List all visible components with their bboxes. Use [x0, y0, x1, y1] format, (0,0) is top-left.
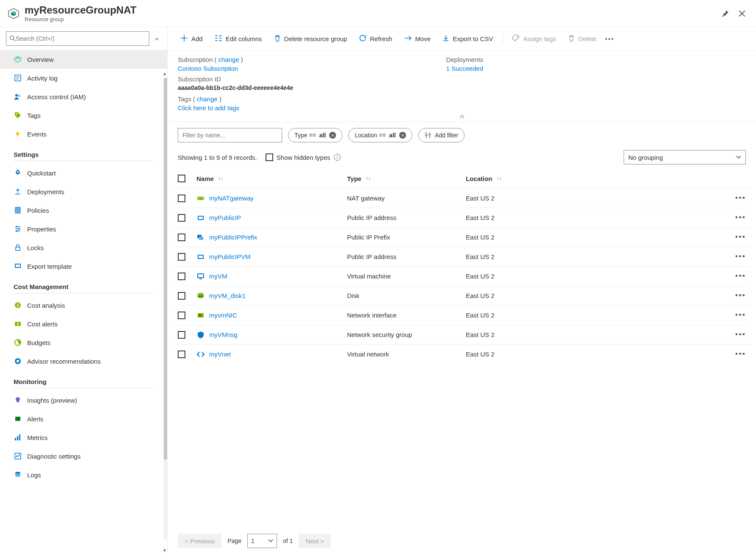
collapse-sidebar-button[interactable]: « [153, 35, 161, 42]
delete-rg-button[interactable]: Delete resource group [269, 32, 352, 46]
sidebar-item-access-control-iam-[interactable]: Access control (IAM) [0, 87, 167, 106]
svg-point-0 [10, 36, 14, 40]
tags-change-link[interactable]: change [197, 95, 218, 103]
row-context-menu[interactable]: ••• [720, 330, 746, 339]
row-checkbox[interactable] [178, 234, 185, 241]
resource-link[interactable]: myNATgateway [209, 195, 254, 202]
column-name-header[interactable]: Name [196, 175, 214, 182]
next-page-button[interactable]: Next > [299, 534, 331, 548]
type-filter-pill[interactable]: Type == all✕ [288, 128, 342, 142]
row-checkbox[interactable] [178, 253, 185, 261]
location-filter-pill[interactable]: Location == all✕ [348, 128, 412, 142]
row-context-menu[interactable]: ••• [720, 213, 746, 222]
info-icon[interactable]: i [334, 154, 341, 161]
sidebar-item-budgets[interactable]: Budgets [0, 333, 167, 352]
select-all-checkbox[interactable] [178, 175, 185, 182]
sidebar-item-label: Quickstart [27, 170, 56, 177]
add-filter-button[interactable]: Add filter [418, 128, 465, 142]
sidebar-item-tags[interactable]: Tags [0, 106, 167, 125]
sidebar-item-deployments[interactable]: Deployments [0, 182, 167, 201]
resource-type: Public IP address [347, 253, 466, 260]
close-button[interactable] [737, 9, 747, 18]
search-icon [10, 36, 16, 42]
row-checkbox[interactable] [178, 273, 185, 280]
row-context-menu[interactable]: ••• [720, 252, 746, 261]
row-checkbox[interactable] [178, 214, 185, 222]
tag-icon [14, 111, 22, 120]
edit-columns-button[interactable]: Edit columns [210, 32, 267, 46]
sidebar-item-properties[interactable]: Properties [0, 220, 167, 238]
sidebar-item-cost-analysis[interactable]: $Cost analysis [0, 296, 167, 315]
show-hidden-checkbox[interactable] [266, 153, 273, 161]
move-button[interactable]: Move [399, 33, 436, 45]
sidebar-item-metrics[interactable]: Metrics [0, 428, 167, 447]
subscription-name-link[interactable]: Contoso Subscription [178, 65, 293, 72]
resource-link[interactable]: myPublicIP [209, 214, 241, 221]
deployments-link[interactable]: 1 Succeeded [446, 65, 483, 72]
sidebar-item-alerts[interactable]: Alerts [0, 409, 167, 428]
filter-name-input[interactable] [178, 128, 282, 142]
row-context-menu[interactable]: ••• [720, 233, 746, 242]
prev-page-button[interactable]: < Previous [178, 534, 221, 548]
sidebar-scrollbar-thumb[interactable] [164, 78, 167, 459]
more-commands-button[interactable]: ••• [603, 33, 616, 45]
row-context-menu[interactable]: ••• [720, 291, 746, 300]
sidebar-item-label: Deployments [27, 188, 64, 195]
scroll-up-arrow[interactable]: ▲ [162, 71, 167, 77]
sidebar-search[interactable] [6, 31, 149, 46]
row-checkbox[interactable] [178, 351, 185, 358]
sidebar-item-locks[interactable]: Locks [0, 238, 167, 257]
sidebar-item-activity-log[interactable]: Activity log [0, 69, 167, 87]
row-context-menu[interactable]: ••• [720, 272, 746, 281]
resource-location: East US 2 [466, 214, 720, 221]
add-button[interactable]: Add [175, 32, 208, 46]
sidebar-item-diagnostic-settings[interactable]: Diagnostic settings [0, 447, 167, 465]
subscription-change-link[interactable]: change [218, 56, 239, 63]
row-context-menu[interactable]: ••• [720, 311, 746, 320]
sidebar-item-logs[interactable]: Logs [0, 465, 167, 484]
delete-button[interactable]: Delete [563, 32, 602, 46]
scroll-down-arrow[interactable]: ▼ [162, 548, 167, 554]
export-csv-button[interactable]: Export to CSV [437, 32, 498, 46]
row-context-menu[interactable]: ••• [720, 350, 746, 359]
type-filter-clear-icon[interactable]: ✕ [329, 132, 336, 139]
page-select[interactable]: 1 [247, 534, 277, 548]
grouping-dropdown[interactable]: No grouping [624, 150, 746, 164]
svg-point-6 [17, 171, 19, 173]
resource-link[interactable]: myVM [209, 273, 227, 280]
sidebar-search-input[interactable] [16, 35, 146, 42]
sidebar-item-policies[interactable]: Policies [0, 201, 167, 220]
row-context-menu[interactable]: ••• [720, 194, 746, 203]
pin-button[interactable] [720, 9, 730, 18]
resource-link[interactable]: myVM_disk1 [209, 292, 246, 299]
tags-label: Tags [178, 95, 191, 103]
collapse-essentials-button[interactable] [168, 114, 756, 122]
resource-link[interactable]: myPublicIPVM [209, 253, 251, 260]
row-checkbox[interactable] [178, 292, 185, 300]
resource-link[interactable]: myvmNIC [209, 312, 237, 319]
sidebar-item-label: Cost analysis [27, 302, 65, 309]
costalert-icon: $ [14, 320, 22, 328]
insights-icon [14, 396, 22, 404]
resource-link[interactable]: myVMnsg [209, 331, 238, 338]
sidebar-item-overview[interactable]: Overview [0, 50, 167, 69]
sidebar-item-quickstart[interactable]: Quickstart [0, 164, 167, 182]
row-checkbox[interactable] [178, 331, 185, 339]
sidebar-item-advisor-recommendations[interactable]: Advisor recommendations [0, 352, 167, 370]
location-filter-clear-icon[interactable]: ✕ [399, 132, 406, 139]
resource-link[interactable]: myVnet [209, 351, 231, 358]
assign-tags-button[interactable]: Assign tags [507, 32, 561, 46]
svg-rect-12 [16, 247, 20, 251]
add-tags-link[interactable]: Click here to add tags [178, 104, 293, 111]
column-location-header[interactable]: Location [466, 175, 493, 182]
row-checkbox[interactable] [178, 312, 185, 319]
sidebar-item-insights-preview-[interactable]: Insights (preview) [0, 391, 167, 409]
table-row: myPublicIPPrefixPublic IP PrefixEast US … [173, 227, 751, 247]
column-type-header[interactable]: Type [347, 175, 361, 182]
sidebar-item-export-template[interactable]: Export template [0, 257, 167, 276]
refresh-button[interactable]: Refresh [354, 32, 398, 46]
resource-link[interactable]: myPublicIPPrefix [209, 234, 257, 241]
sidebar-item-cost-alerts[interactable]: $Cost alerts [0, 315, 167, 333]
sidebar-item-events[interactable]: Events [0, 125, 167, 143]
row-checkbox[interactable] [178, 195, 185, 202]
